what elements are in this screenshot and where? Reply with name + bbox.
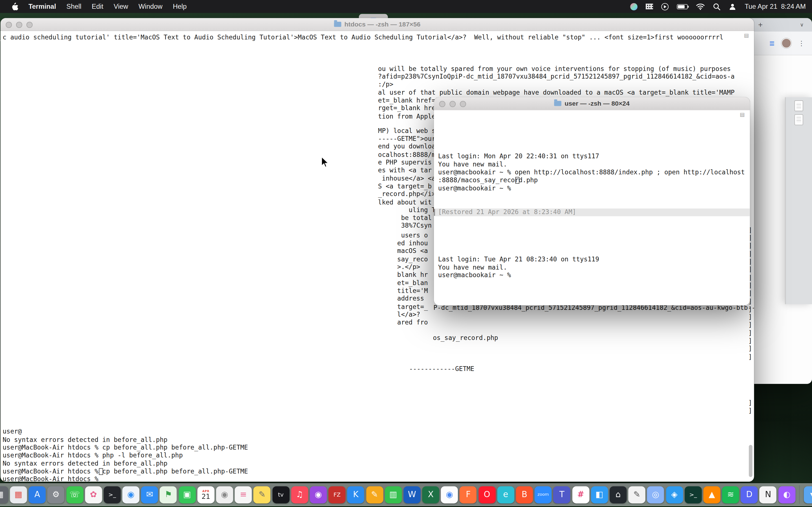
dock-app-icon[interactable]: ✎	[628, 486, 646, 503]
close-button[interactable]	[439, 101, 446, 107]
terminal-line: macOS <a	[378, 247, 428, 256]
dock-app-icon[interactable]: O	[478, 486, 496, 503]
dock-app-icon[interactable]: tv	[272, 486, 290, 503]
dock-app-icon[interactable]: ◉	[216, 486, 233, 503]
keyboard-grid-icon[interactable]	[646, 4, 653, 9]
dock-app-icon[interactable]: >_	[104, 486, 121, 503]
dock-icon-glyph: ◉	[221, 490, 229, 499]
dock-app-icon[interactable]: FZ	[328, 486, 346, 503]
dock-app-icon[interactable]: ◎	[647, 486, 664, 503]
dock-icon-glyph: ▦	[15, 490, 22, 499]
tab-overview-chevron-icon[interactable]: ∨	[800, 22, 804, 27]
terminal-cursor	[515, 177, 520, 184]
dock-icon-glyph: ✎	[371, 490, 378, 499]
dock-icon-glyph: O	[484, 490, 490, 499]
dock-icon-glyph: ▾	[810, 490, 812, 499]
dock-app-icon[interactable]: ⚑	[160, 486, 177, 503]
pane-indicator-icon: ▤	[744, 33, 749, 38]
terminal-line: ed inhou	[378, 240, 428, 247]
dock-app-icon[interactable]: ◐	[778, 486, 795, 503]
minimize-button[interactable]	[16, 21, 22, 27]
dock-app-icon[interactable]: ☏	[66, 486, 84, 503]
terminal-line: ]	[748, 321, 754, 329]
dock-app-icon[interactable]: ▦	[0, 486, 8, 503]
dock-app-icon[interactable]: ▲	[703, 486, 720, 503]
menu-item[interactable]: Help	[168, 3, 192, 10]
dock-app-icon[interactable]: #	[572, 486, 589, 503]
dock-app-icon[interactable]: e	[497, 486, 514, 503]
profile-avatar[interactable]	[781, 38, 792, 48]
zoom-button[interactable]	[27, 21, 33, 27]
dock-app-icon[interactable]: ▾	[804, 486, 812, 503]
menu-item[interactable]: Shell	[61, 3, 87, 10]
dock-app-icon[interactable]: T	[553, 486, 571, 503]
dock-app-icon[interactable]: ◧	[591, 486, 608, 503]
wifi-icon[interactable]	[696, 3, 705, 10]
terminal-line: blank hr	[378, 271, 428, 279]
terminal-line: os_say_record.php	[433, 334, 498, 342]
dock-app-icon[interactable]: ◈	[666, 486, 683, 503]
dock-app-icon[interactable]: ◉	[310, 486, 327, 503]
close-button[interactable]	[6, 21, 12, 27]
dock-app-icon[interactable]: A	[29, 486, 46, 503]
active-app-menu[interactable]: Terminal	[23, 3, 61, 10]
dock-app-icon[interactable]: K	[347, 486, 364, 503]
terminal-line: :/p>	[378, 81, 735, 89]
now-playing-icon[interactable]	[661, 3, 668, 10]
browser-menu-icon[interactable]: ⋮	[798, 40, 805, 47]
zoom-button[interactable]	[460, 101, 466, 107]
terminal-line: user@macbookair ~ % open http://localhos…	[438, 169, 746, 177]
dock-app-icon[interactable]: ▣	[179, 486, 196, 503]
dock-icon-glyph: ✎	[633, 490, 641, 499]
scrollbar-thumb[interactable]	[749, 445, 753, 477]
dock-icon-glyph: FZ	[334, 492, 341, 497]
dock-app-icon[interactable]: ⚙	[47, 486, 64, 503]
logi-status-icon[interactable]	[630, 3, 638, 10]
dock-app-icon[interactable]: APR 21	[197, 486, 214, 503]
dock-app-icon[interactable]	[799, 485, 800, 504]
dock-app-icon[interactable]: ≋	[722, 486, 739, 503]
dock-app-icon[interactable]: ≡	[235, 486, 252, 503]
terminal-cursor	[99, 468, 103, 475]
terminal-line: ]	[748, 337, 754, 345]
dock-app-icon[interactable]: ◉	[441, 486, 458, 503]
dock-app-icon[interactable]: X	[422, 486, 439, 503]
search-icon[interactable]	[713, 3, 720, 10]
user-titlebar[interactable]: user — -zsh — 80×24	[434, 97, 750, 110]
menu-item[interactable]: Edit	[87, 3, 109, 10]
dock-app-icon[interactable]: N	[760, 486, 777, 503]
dock-app-icon[interactable]: ◉	[122, 486, 140, 503]
extensions-grid-icon[interactable]: ≣	[769, 40, 775, 47]
terminal-line: ?afid=p238%7CsynIoQpiP-dc_mtid_18707vxu3…	[378, 73, 735, 81]
dock-app-icon[interactable]: ▦	[10, 486, 27, 503]
menu-item[interactable]: Window	[133, 3, 168, 10]
dock-app-icon[interactable]: F	[460, 486, 477, 503]
minimize-button[interactable]	[449, 101, 456, 107]
terminal-line: user@	[3, 428, 750, 436]
dock-app-icon[interactable]: >_	[684, 486, 702, 503]
menu-bar-clock[interactable]: Tue Apr 21 8:24 AM	[745, 3, 806, 10]
menu-item[interactable]: View	[109, 3, 133, 10]
dock-icon-glyph: K	[353, 490, 358, 499]
fast-user-switch-icon[interactable]	[728, 3, 737, 10]
dock-app-icon[interactable]: zoom	[535, 486, 552, 503]
htdocs-titlebar[interactable]: htdocs — -zsh — 187×56	[1, 18, 754, 31]
battery-icon[interactable]	[677, 4, 688, 9]
dock-app-icon[interactable]: ✉	[141, 486, 158, 503]
dock-app-icon[interactable]: W	[403, 486, 421, 503]
dock-icon-glyph: #	[577, 490, 584, 499]
terminal-line: user@MacBook-Air htdocs % cp before_all.…	[3, 444, 750, 452]
terminal-line: You have new mail.	[438, 161, 746, 169]
dock-app-icon[interactable]: ▥	[385, 486, 402, 503]
dock-app-icon[interactable]: ♫	[291, 486, 308, 503]
dock-icon-glyph: F	[466, 490, 470, 499]
dock-app-icon[interactable]: ⌂	[610, 486, 627, 503]
dock-app-icon[interactable]: ✿	[85, 486, 102, 503]
apple-menu[interactable]	[6, 3, 23, 10]
dock-app-icon[interactable]: B	[516, 486, 533, 503]
dock-app-icon[interactable]: ✎	[253, 486, 271, 503]
dock-app-icon[interactable]: D	[741, 486, 758, 503]
terminal-line: P-dc_mtid_18707vxu38484_pcrid_5715212458…	[434, 304, 754, 312]
new-tab-button[interactable]: +	[758, 20, 763, 29]
dock-app-icon[interactable]: ✎	[366, 486, 383, 503]
